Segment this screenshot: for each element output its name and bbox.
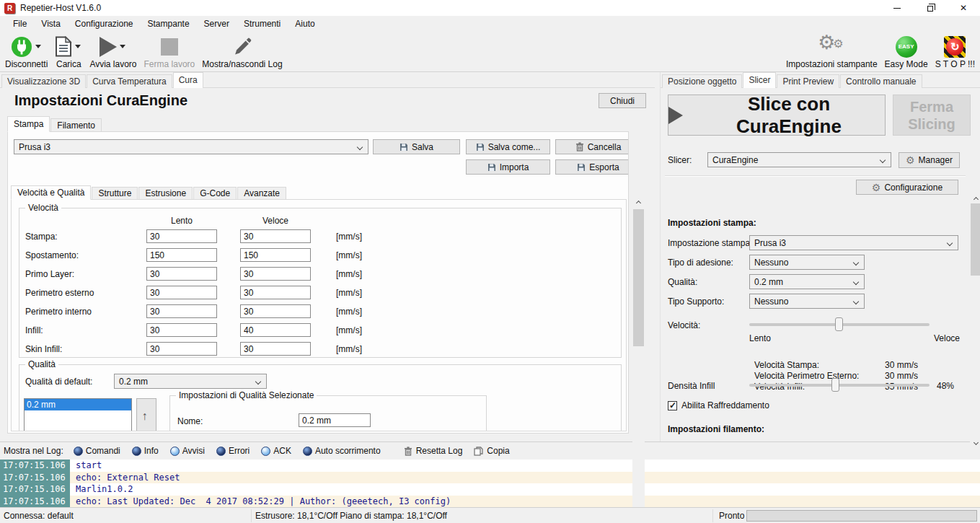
minimize-button[interactable]: [880, 0, 914, 16]
default-quality-select[interactable]: 0.2 mm: [114, 374, 267, 389]
delete-button[interactable]: Cancella: [555, 139, 629, 154]
perimetro-interno-slow-input[interactable]: [146, 304, 217, 318]
menu-server[interactable]: Server: [197, 16, 237, 32]
slice-button[interactable]: Slice con CuraEngine: [668, 95, 886, 136]
maximize-button[interactable]: [914, 0, 947, 16]
toggle-log-button[interactable]: Mostra/nascondi Log: [198, 32, 286, 71]
save-as-button[interactable]: Salva come...: [466, 139, 550, 154]
spostamento-fast-input[interactable]: [240, 248, 311, 262]
toggle-warnings[interactable]: Avvisi: [170, 446, 205, 456]
tab-stampa[interactable]: Stampa: [7, 116, 50, 132]
quality-list-item[interactable]: 0.2 mm: [25, 399, 131, 410]
disconnect-dropdown-arrow[interactable]: [34, 36, 43, 58]
primo-layer-slow-input[interactable]: [146, 267, 217, 281]
quality-name-input[interactable]: [299, 413, 371, 427]
slider-thumb[interactable]: [831, 378, 839, 392]
infill-fast-input[interactable]: [240, 323, 311, 337]
subtab-gcode[interactable]: G-Code: [193, 187, 237, 200]
tab-curva-temperatura[interactable]: Curva Temperatura: [87, 74, 172, 88]
log-view[interactable]: 17:07:15.106 start 17:07:15.106 echo: Ex…: [0, 460, 980, 507]
subtab-avanzate[interactable]: Avanzate: [237, 187, 286, 200]
tab-slicer[interactable]: Slicer: [743, 72, 776, 88]
load-dropdown-arrow[interactable]: [74, 36, 82, 58]
subtab-estrusione[interactable]: Estrusione: [138, 187, 193, 200]
selected-quality-group: Impostazioni di Qualità Selezionate Nome…: [169, 395, 487, 431]
skin-infill-fast-input[interactable]: [240, 342, 311, 356]
support-select[interactable]: Nessuno: [749, 294, 865, 309]
cooling-checkbox-row[interactable]: Abilita Raffreddamento: [668, 400, 769, 410]
perimetro-esterno-slow-input[interactable]: [146, 286, 217, 299]
import-button[interactable]: Importa: [466, 159, 550, 175]
printer-settings-button[interactable]: Impostazioni stampante: [782, 32, 881, 71]
speed-slider[interactable]: [749, 317, 930, 331]
menu-strumenti[interactable]: Strumenti: [237, 16, 288, 32]
chevron-down-icon: [357, 144, 363, 150]
log-toolbar: Mostra nel Log: Comandi Info Avvisi Erro…: [0, 441, 980, 460]
scrollbar-thumb[interactable]: [633, 209, 644, 346]
print-config-select[interactable]: Prusa i3: [749, 235, 958, 250]
primo-layer-fast-input[interactable]: [240, 267, 311, 281]
tab-print-preview[interactable]: Print Preview: [777, 74, 839, 88]
adhesion-select[interactable]: Nessuno: [749, 255, 865, 270]
stop-slicing-button[interactable]: Ferma Slicing: [893, 95, 971, 136]
tab-controllo-manuale[interactable]: Controllo manuale: [840, 74, 922, 88]
menu-vista[interactable]: Vista: [34, 16, 67, 32]
subtab-velocita-qualita[interactable]: Velocità e Qualità: [11, 185, 91, 200]
close-cura-button[interactable]: Chiudi: [599, 93, 646, 108]
tab-posizione-oggetto[interactable]: Posizione oggetto: [662, 74, 742, 88]
stampa-fast-input[interactable]: [240, 229, 311, 243]
print-config-label: Impostazione stampa:: [668, 238, 752, 248]
tab-filamento[interactable]: Filamento: [50, 118, 102, 132]
toggle-autoscroll[interactable]: Auto scorrimento: [303, 446, 381, 456]
quality-select[interactable]: 0.2 mm: [749, 274, 865, 289]
toggle-info[interactable]: Info: [132, 446, 159, 456]
right-panel-scrollbar[interactable]: [970, 193, 980, 449]
save-label: Salva: [412, 142, 433, 152]
load-button[interactable]: Carica: [51, 32, 86, 71]
toggle-warnings-label: Avvisi: [182, 446, 205, 456]
slicer-select[interactable]: CuraEngine: [707, 152, 891, 167]
perimetro-interno-fast-input[interactable]: [240, 304, 311, 318]
scroll-up-arrow[interactable]: [632, 196, 645, 207]
scroll-down-arrow[interactable]: [970, 438, 980, 449]
infill-slow-input[interactable]: [146, 323, 217, 337]
app-icon-letter: R: [7, 4, 12, 12]
menu-stampante[interactable]: Stampante: [141, 16, 197, 32]
infill-density-slider[interactable]: [749, 378, 930, 392]
tab-visualizzazione-3d[interactable]: Visualizzazione 3D: [1, 74, 86, 88]
toggle-ack[interactable]: ACK: [261, 446, 291, 456]
tab-cura[interactable]: Cura: [173, 72, 203, 88]
menu-configurazione[interactable]: Configurazione: [68, 16, 141, 32]
perimetro-esterno-fast-input[interactable]: [240, 286, 311, 299]
subtab-strutture[interactable]: Strutture: [92, 187, 138, 200]
quality-list[interactable]: 0.2 mm: [24, 398, 132, 431]
easy-mode-button[interactable]: EASY Easy Mode: [881, 32, 932, 71]
spostamento-slow-input[interactable]: [146, 248, 217, 262]
configuration-button[interactable]: Configurazione: [856, 180, 958, 195]
toggle-errors[interactable]: Errori: [216, 446, 250, 456]
pencil-icon: [232, 37, 252, 57]
copy-log-button[interactable]: Copia: [474, 446, 509, 456]
close-button[interactable]: [947, 0, 980, 16]
skin-infill-slow-input[interactable]: [146, 342, 217, 356]
emergency-stop-button[interactable]: S T O P !!!: [932, 32, 979, 71]
export-button[interactable]: Esporta: [555, 159, 629, 175]
menu-file[interactable]: File: [6, 16, 34, 32]
scrollbar-thumb[interactable]: [971, 203, 980, 276]
manager-button[interactable]: Manager: [899, 152, 960, 168]
stop-job-button[interactable]: Ferma lavoro: [141, 32, 199, 71]
toggle-commands[interactable]: Comandi: [74, 446, 120, 456]
start-job-dropdown-arrow[interactable]: [118, 36, 127, 58]
menu-aiuto[interactable]: Aiuto: [288, 16, 322, 32]
save-button[interactable]: Salva: [373, 139, 460, 154]
slider-thumb[interactable]: [835, 317, 843, 331]
disconnect-button[interactable]: Disconnetti: [1, 32, 51, 71]
start-job-button[interactable]: Avvia lavoro: [86, 32, 140, 71]
scroll-up-arrow[interactable]: [970, 193, 980, 203]
checkbox-checked-icon[interactable]: [668, 401, 677, 410]
move-up-button[interactable]: [136, 398, 156, 431]
reset-log-button[interactable]: Resetta Log: [404, 446, 463, 456]
stampa-slow-input[interactable]: [146, 229, 217, 243]
profile-select[interactable]: Prusa i3: [14, 139, 368, 154]
left-panel-scrollbar[interactable]: [632, 196, 645, 519]
